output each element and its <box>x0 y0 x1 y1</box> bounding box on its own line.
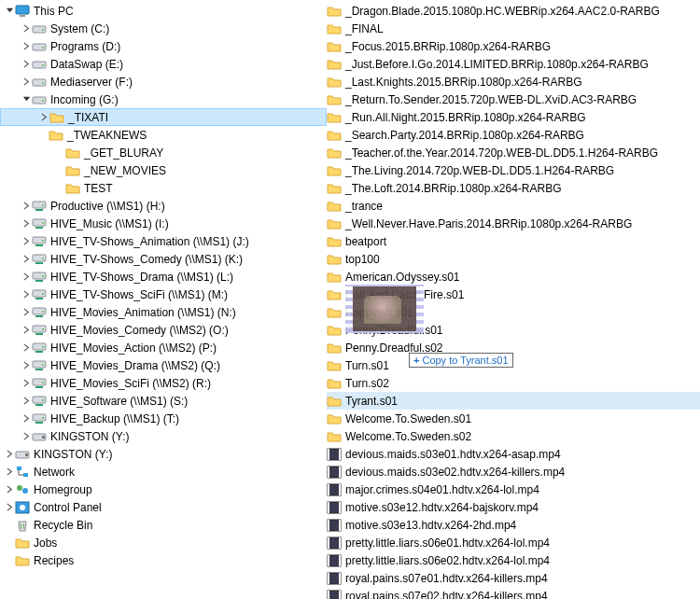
file-item[interactable]: beatport <box>327 232 700 250</box>
tree-item[interactable]: HIVE_Backup (\\MS1) (T:) <box>0 410 327 427</box>
tree-item[interactable]: _TIXATI <box>0 108 327 126</box>
file-list[interactable]: + Copy to Tyrant.s01 _Dragon.Blade.2015.… <box>327 0 700 599</box>
tree-item[interactable]: HIVE_TV-Shows_Comedy (\\MS1) (K:) <box>0 250 327 268</box>
expand-chevron[interactable] <box>21 397 32 405</box>
file-item[interactable]: American.Odyssey.s01 <box>327 268 700 286</box>
tree-item[interactable]: HIVE_Music (\\MS1) (I:) <box>0 215 327 232</box>
expand-chevron[interactable] <box>21 414 32 423</box>
expand-chevron[interactable] <box>21 432 32 440</box>
file-item[interactable]: major.crimes.s04e01.hdtv.x264-lol.mp4 <box>327 481 700 498</box>
tree-item[interactable]: Incoming (G:) <box>0 91 327 108</box>
tree-item[interactable]: This PC <box>0 2 327 20</box>
tree-item[interactable]: HIVE_Movies_Comedy (\\MS2) (O:) <box>0 321 327 339</box>
tree-item[interactable]: DataSwap (E:) <box>0 55 327 73</box>
tree-item[interactable]: Control Panel <box>0 498 327 516</box>
tree-item[interactable]: HIVE_Movies_Animation (\\MS1) (N:) <box>0 303 327 321</box>
file-item[interactable]: _Last.Knights.2015.BRRip.1080p.x264-RARB… <box>327 73 700 91</box>
tree-item[interactable]: HIVE_TV-Shows_Drama (\\MS1) (L:) <box>0 268 327 286</box>
file-item[interactable]: top100 <box>327 250 700 268</box>
tree-item[interactable]: HIVE_Movies_Drama (\\MS2) (Q:) <box>0 356 327 374</box>
expand-chevron[interactable] <box>21 24 32 33</box>
file-item[interactable]: _Run.All.Night.2015.BRRip.1080p.x264-RAR… <box>327 108 700 126</box>
tree-item[interactable]: Recycle Bin <box>0 516 327 534</box>
tree-item[interactable]: System (C:) <box>0 20 327 37</box>
tree-item[interactable]: _TWEAKNEWS <box>0 126 327 144</box>
folder-icon <box>49 128 63 143</box>
file-item[interactable]: devious.maids.s03e01.hdtv.x264-asap.mp4 <box>327 445 700 463</box>
folder-icon <box>327 57 342 72</box>
tree-item[interactable]: HIVE_TV-Shows_Animation (\\MS1) (J:) <box>0 232 327 250</box>
navigation-tree[interactable]: This PCSystem (C:)Programs (D:)DataSwap … <box>0 0 327 599</box>
file-item[interactable]: royal.pains.s07e01.hdtv.x264-killers.mp4 <box>327 569 700 587</box>
expand-chevron[interactable] <box>4 467 15 476</box>
file-item[interactable]: Welcome.To.Sweden.s02 <box>327 427 700 445</box>
file-item-label: motive.s03e13.hdtv.x264-2hd.mp4 <box>345 519 516 532</box>
file-item[interactable]: pretty.little.liars.s06e02.hdtv.x264-lol… <box>327 551 700 569</box>
expand-chevron[interactable] <box>4 503 15 511</box>
file-item[interactable]: Turn.s02 <box>327 374 700 392</box>
expand-chevron[interactable] <box>21 95 32 104</box>
tree-item[interactable]: Mediaserver (F:) <box>0 73 327 91</box>
file-item[interactable]: _Focus.2015.BRRip.1080p.x264-RARBG <box>327 37 700 55</box>
file-item[interactable]: devious.maids.s03e02.hdtv.x264-killers.m… <box>327 463 700 481</box>
file-item[interactable]: motive.s03e12.hdtv.x264-bajskorv.mp4 <box>327 498 700 516</box>
expand-chevron[interactable] <box>21 361 32 369</box>
file-item[interactable]: _Well.Never.Have.Paris.2014.BRRip.1080p.… <box>327 215 700 232</box>
file-item[interactable]: _Return.To.Sender.2015.720p.WEB-DL.XviD.… <box>327 91 700 108</box>
netdrive-icon <box>32 305 47 320</box>
expand-chevron[interactable] <box>21 272 32 281</box>
expand-chevron[interactable] <box>21 42 32 50</box>
file-item[interactable]: _FINAL <box>327 20 700 37</box>
tree-item[interactable]: HIVE_Movies_SciFi (\\MS2) (R:) <box>0 374 327 392</box>
expand-chevron[interactable] <box>38 113 49 121</box>
expand-chevron[interactable] <box>21 237 32 245</box>
file-item-label: _Teacher.of.the.Year.2014.720p.WEB-DL.DD… <box>345 146 658 160</box>
tree-item[interactable]: Network <box>0 463 327 481</box>
tree-item[interactable]: HIVE_Movies_Action (\\MS2) (P:) <box>0 339 327 356</box>
expand-chevron[interactable] <box>21 255 32 263</box>
file-item[interactable]: _Just.Before.I.Go.2014.LIMITED.BRRip.108… <box>327 55 700 73</box>
expand-chevron[interactable] <box>21 202 32 210</box>
file-item[interactable]: royal.pains.s07e02.hdtv.x264-killers.mp4 <box>327 587 700 599</box>
expand-chevron[interactable] <box>21 326 32 334</box>
folder-icon <box>327 110 342 125</box>
expand-chevron[interactable] <box>21 379 32 387</box>
tree-item[interactable]: Jobs <box>0 534 327 551</box>
tree-item[interactable]: Homegroup <box>0 481 327 498</box>
expand-chevron[interactable] <box>4 450 15 458</box>
tree-item[interactable]: KINGSTON (Y:) <box>0 445 327 463</box>
tree-item[interactable]: HIVE_TV-Shows_SciFi (\\MS1) (M:) <box>0 286 327 303</box>
expand-chevron[interactable] <box>21 219 32 228</box>
file-item[interactable]: _Search.Party.2014.BRRip.1080p.x264-RARB… <box>327 126 700 144</box>
file-item[interactable]: Tyrant.s01 <box>327 392 700 410</box>
expand-chevron[interactable] <box>21 343 32 352</box>
tree-item[interactable]: Productive (\\MS1) (H:) <box>0 197 327 215</box>
file-item[interactable]: _Dragon.Blade.2015.1080p.HC.WEBRip.x264.… <box>327 2 700 20</box>
expand-chevron[interactable] <box>4 485 15 494</box>
tree-item[interactable]: Programs (D:) <box>0 37 327 55</box>
expand-chevron[interactable] <box>21 290 32 299</box>
file-item[interactable]: Welcome.To.Sweden.s01 <box>327 410 700 427</box>
file-item[interactable]: _trance <box>327 197 700 215</box>
tree-item-label: HIVE_Movies_Animation (\\MS1) (N:) <box>50 306 236 319</box>
expand-chevron[interactable] <box>4 7 15 15</box>
netdrive-icon <box>32 341 47 355</box>
tree-item[interactable]: KINGSTON (Y:) <box>0 427 327 445</box>
file-item[interactable]: _The.Living.2014.720p.WEB-DL.DD5.1.H264-… <box>327 161 700 179</box>
file-item[interactable]: _Teacher.of.the.Year.2014.720p.WEB-DL.DD… <box>327 144 700 161</box>
file-item[interactable]: Turn.s01 <box>327 356 700 374</box>
file-item[interactable]: pretty.little.liars.s06e01.hdtv.x264-lol… <box>327 534 700 551</box>
tree-item[interactable]: Recipes <box>0 551 327 569</box>
expand-chevron[interactable] <box>21 60 32 68</box>
tree-item[interactable]: TEST <box>0 179 327 197</box>
file-item[interactable]: _The.Loft.2014.BRRip.1080p.x264-RARBG <box>327 179 700 197</box>
folder-icon <box>327 429 342 444</box>
file-item[interactable]: Penny.Dreadful.s02 <box>327 339 700 356</box>
expand-chevron[interactable] <box>21 308 32 316</box>
tree-item[interactable]: HIVE_Software (\\MS1) (S:) <box>0 392 327 410</box>
tree-item[interactable]: _NEW_MOVIES <box>0 161 327 179</box>
file-item[interactable]: motive.s03e13.hdtv.x264-2hd.mp4 <box>327 516 700 534</box>
tree-item[interactable]: _GET_BLURAY <box>0 144 327 161</box>
folder-icon <box>327 376 342 391</box>
expand-chevron[interactable] <box>21 77 32 86</box>
